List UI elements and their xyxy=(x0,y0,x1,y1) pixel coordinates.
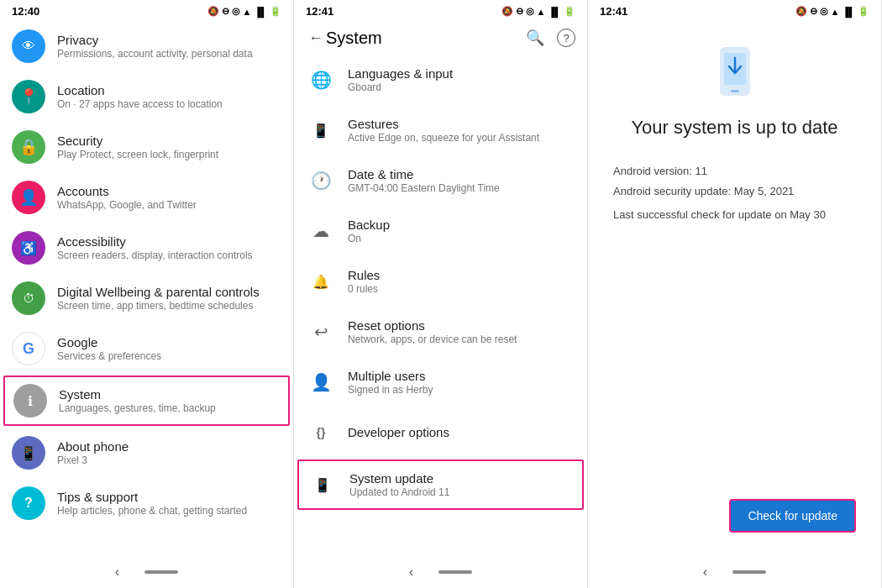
sysupdate-icon: 📱 xyxy=(307,470,338,500)
settings-item-about[interactable]: 📱 About phone Pixel 3 xyxy=(0,428,293,478)
sys-item-multiuser[interactable]: 👤 Multiple users Signed in as Herby xyxy=(294,357,587,407)
system-list: 🌐 Languages & input Gboard 📱 Gestures Ac… xyxy=(294,55,587,558)
privacy-icon: 👁 xyxy=(12,29,45,63)
donotdisturb-icon: ⊖ xyxy=(222,6,229,17)
gestures-title: Gestures xyxy=(348,117,575,131)
android-version-text: Android version: 11 xyxy=(613,164,856,179)
datetime-subtitle: GMT-04:00 Eastern Daylight Time xyxy=(348,182,575,194)
system-text: System Languages, gestures, time, backup xyxy=(59,387,280,414)
signal-icon: ▐▌ xyxy=(254,7,267,17)
multiuser-title: Multiple users xyxy=(348,369,575,383)
donotdisturb-icon-2: ⊖ xyxy=(516,6,523,17)
back-nav-1[interactable]: ‹ xyxy=(115,564,119,580)
datetime-title: Date & time xyxy=(348,167,575,181)
bottom-nav-3: ‹ xyxy=(588,558,881,588)
datetime-text: Date & time GMT-04:00 Eastern Daylight T… xyxy=(348,167,575,194)
sys-item-backup[interactable]: ☁ Backup On xyxy=(294,206,587,256)
status-time-1: 12:40 xyxy=(12,5,39,18)
sys-item-languages[interactable]: 🌐 Languages & input Gboard xyxy=(294,55,587,105)
location-icon-status-2: ◎ xyxy=(526,6,534,17)
settings-item-google[interactable]: G Google Services & preferences xyxy=(0,323,293,374)
system-title: System xyxy=(59,387,280,402)
about-subtitle: Pixel 3 xyxy=(57,454,281,466)
sys-item-developer[interactable]: {} Developer options xyxy=(294,407,587,458)
back-nav-2[interactable]: ‹ xyxy=(409,564,413,580)
home-nav-2[interactable] xyxy=(438,570,472,574)
sysupdate-subtitle: Updated to Android 11 xyxy=(349,486,574,498)
languages-subtitle: Gboard xyxy=(348,81,575,93)
settings-list: 👁 Privacy Permissions, account activity,… xyxy=(0,21,293,558)
digital-subtitle: Screen time, app timers, bedtime schedul… xyxy=(57,300,281,312)
privacy-text: Privacy Permissions, account activity, p… xyxy=(57,33,281,60)
bottom-nav-2: ‹ xyxy=(294,558,587,588)
sys-item-sysupdate[interactable]: 📱 System update Updated to Android 11 xyxy=(297,459,584,510)
backup-title: Backup xyxy=(348,218,575,232)
rules-text: Rules 0 rules xyxy=(348,268,575,295)
reset-text: Reset options Network, apps, or device c… xyxy=(348,318,575,345)
back-button[interactable]: ← xyxy=(306,28,326,48)
battery-icon: 🔋 xyxy=(270,6,281,17)
search-button[interactable]: 🔍 xyxy=(525,28,545,48)
languages-text: Languages & input Gboard xyxy=(348,66,575,93)
security-update-text: Android security update: May 5, 2021 xyxy=(613,184,856,199)
google-icon: G xyxy=(12,332,45,365)
location-text: Location On · 27 apps have access to loc… xyxy=(57,83,281,110)
settings-item-security[interactable]: 🔒 Security Play Protect, screen lock, fi… xyxy=(0,122,293,172)
system-header: ← System 🔍 ? xyxy=(294,21,587,55)
sys-item-gestures[interactable]: 📱 Gestures Active Edge on, squeeze for y… xyxy=(294,105,587,155)
settings-item-tips[interactable]: ? Tips & support Help articles, phone & … xyxy=(0,478,293,528)
digital-text: Digital Wellbeing & parental controls Sc… xyxy=(57,285,281,312)
backup-icon: ☁ xyxy=(306,216,336,246)
security-subtitle: Play Protect, screen lock, fingerprint xyxy=(57,149,281,160)
update-title: Your system is up to date xyxy=(631,117,837,139)
digital-title: Digital Wellbeing & parental controls xyxy=(57,285,281,299)
tips-icon: ? xyxy=(12,486,45,520)
status-time-3: 12:41 xyxy=(600,5,627,18)
help-button[interactable]: ? xyxy=(557,29,575,47)
check-update-button[interactable]: Check for update xyxy=(729,499,856,533)
settings-item-location[interactable]: 📍 Location On · 27 apps have access to l… xyxy=(0,71,293,122)
system-icon: ℹ xyxy=(13,384,47,417)
status-bar-2: 12:41 🔕 ⊖ ◎ ▲ ▐▌ 🔋 xyxy=(294,0,587,21)
tips-text: Tips & support Help articles, phone & ch… xyxy=(57,490,281,517)
sys-item-datetime[interactable]: 🕐 Date & time GMT-04:00 Eastern Daylight… xyxy=(294,155,587,206)
accounts-title: Accounts xyxy=(57,184,281,198)
privacy-subtitle: Permissions, account activity, personal … xyxy=(57,48,281,60)
settings-item-privacy[interactable]: 👁 Privacy Permissions, account activity,… xyxy=(0,21,293,71)
backup-subtitle: On xyxy=(348,233,575,244)
sys-item-reset[interactable]: ↩ Reset options Network, apps, or device… xyxy=(294,307,587,357)
location-icon-status-3: ◎ xyxy=(820,6,828,17)
developer-icon: {} xyxy=(306,417,336,448)
settings-item-accounts[interactable]: 👤 Accounts WhatsApp, Google, and Twitter xyxy=(0,172,293,223)
phone-update-icon xyxy=(714,46,756,97)
about-title: About phone xyxy=(57,439,281,454)
settings-item-accessibility[interactable]: ♿ Accessibility Screen readers, display,… xyxy=(0,223,293,273)
reset-subtitle: Network, apps, or device can be reset xyxy=(348,333,575,345)
sys-item-rules[interactable]: 🔔 Rules 0 rules xyxy=(294,256,587,307)
accessibility-subtitle: Screen readers, display, interaction con… xyxy=(57,249,281,261)
status-icons-1: 🔕 ⊖ ◎ ▲ ▐▌ 🔋 xyxy=(207,6,281,17)
wifi-icon-2: ▲ xyxy=(537,7,546,17)
home-nav-3[interactable] xyxy=(732,570,766,574)
accessibility-text: Accessibility Screen readers, display, i… xyxy=(57,234,281,261)
mute-icon: 🔕 xyxy=(207,6,219,17)
datetime-icon: 🕐 xyxy=(306,165,336,196)
back-nav-3[interactable]: ‹ xyxy=(703,564,707,580)
about-icon: 📱 xyxy=(12,436,45,470)
developer-title: Developer options xyxy=(348,425,575,439)
status-time-2: 12:41 xyxy=(306,5,333,18)
status-icons-3: 🔕 ⊖ ◎ ▲ ▐▌ 🔋 xyxy=(795,6,869,17)
update-actions: Check for update xyxy=(605,491,864,541)
rules-subtitle: 0 rules xyxy=(348,283,575,295)
multiuser-icon: 👤 xyxy=(306,367,336,397)
reset-icon: ↩ xyxy=(306,317,336,347)
signal-icon-2: ▐▌ xyxy=(548,7,561,17)
wifi-icon: ▲ xyxy=(243,7,252,17)
gestures-subtitle: Active Edge on, squeeze for your Assista… xyxy=(348,132,575,144)
panel-update: 12:41 🔕 ⊖ ◎ ▲ ▐▌ 🔋 Your system is up to … xyxy=(588,0,882,588)
location-title: Location xyxy=(57,83,281,97)
settings-item-system[interactable]: ℹ System Languages, gestures, time, back… xyxy=(3,375,290,426)
rules-icon: 🔔 xyxy=(306,266,336,297)
home-nav-1[interactable] xyxy=(144,570,178,574)
settings-item-digital[interactable]: ⏱ Digital Wellbeing & parental controls … xyxy=(0,273,293,323)
